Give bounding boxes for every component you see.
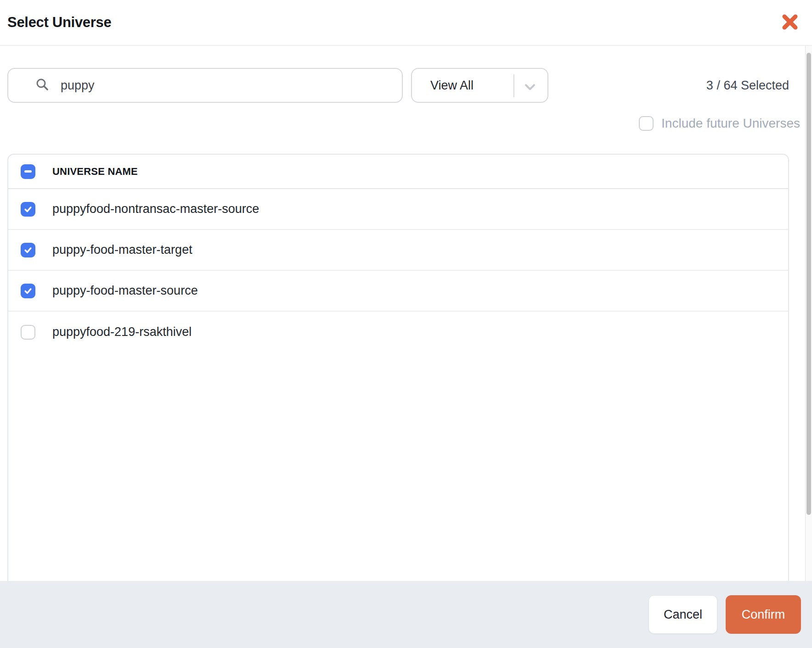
scrollbar-thumb[interactable]: [806, 53, 811, 515]
select-all-checkbox[interactable]: [21, 164, 35, 179]
table-row[interactable]: puppyfood-nontransac-master-source: [8, 189, 788, 230]
confirm-button[interactable]: Confirm: [726, 595, 801, 634]
table-row[interactable]: puppyfood-219-rsakthivel: [8, 312, 788, 352]
table-row[interactable]: puppy-food-master-source: [8, 271, 788, 312]
search-box[interactable]: [7, 68, 403, 103]
search-icon: [35, 77, 50, 94]
page-title: Select Universe: [7, 14, 111, 31]
dropdown-divider: [513, 74, 514, 97]
include-future-label: Include future Universes: [661, 116, 800, 131]
modal-footer: Cancel Confirm: [0, 581, 812, 648]
selection-count: 3 / 64 Selected: [706, 68, 789, 103]
modal-header: Select Universe: [0, 0, 812, 46]
table-header-row: UNIVERSE NAME: [8, 155, 788, 189]
universe-name: puppyfood-nontransac-master-source: [52, 202, 259, 216]
row-checkbox[interactable]: [21, 243, 35, 257]
view-filter-value: View All: [430, 78, 474, 93]
cancel-button[interactable]: Cancel: [648, 595, 717, 634]
close-icon: [781, 13, 799, 33]
search-input[interactable]: [61, 72, 402, 99]
row-checkbox[interactable]: [21, 284, 35, 298]
table-row[interactable]: puppy-food-master-target: [8, 230, 788, 271]
universe-name: puppy-food-master-source: [52, 284, 198, 298]
close-button[interactable]: [781, 13, 799, 32]
universe-name: puppy-food-master-target: [52, 243, 192, 257]
include-future-toggle[interactable]: Include future Universes: [639, 116, 800, 131]
universe-table: UNIVERSE NAME puppyfood-nontransac-maste…: [7, 154, 789, 581]
chevron-down-icon: [522, 78, 538, 97]
column-header-universe-name: UNIVERSE NAME: [52, 166, 138, 178]
include-future-checkbox[interactable]: [639, 116, 654, 131]
scrollbar-track[interactable]: [805, 46, 812, 581]
row-checkbox[interactable]: [21, 202, 35, 217]
universe-name: puppyfood-219-rsakthivel: [52, 325, 192, 339]
row-checkbox[interactable]: [21, 325, 35, 340]
view-filter-dropdown[interactable]: View All: [411, 68, 548, 103]
